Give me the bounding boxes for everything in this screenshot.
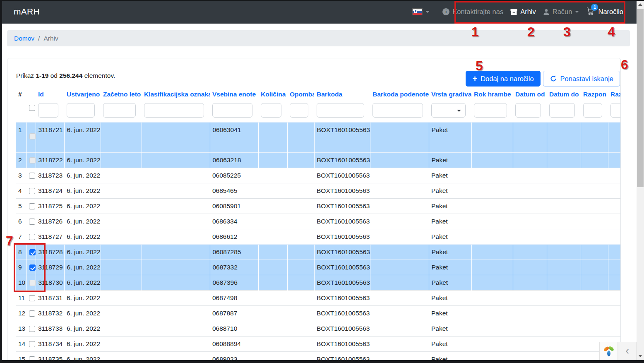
table-row[interactable]: 331187236. jun. 202206085225BOXT16010055… (16, 168, 620, 183)
filter-raz-input[interactable] (610, 103, 620, 118)
row-checkbox[interactable] (29, 295, 35, 301)
row-checkbox[interactable] (29, 341, 35, 347)
row-checkbox[interactable] (29, 173, 35, 179)
column-header-ustvarjeno[interactable]: Ustvarjeno (64, 88, 101, 101)
column-header-datum-od[interactable]: Datum od (513, 88, 547, 101)
table-row[interactable]: 131187216. jun. 202206063041BOXT16010055… (16, 122, 620, 152)
reset-search-button[interactable]: Ponastavi iskanje (543, 71, 620, 87)
filter-vsebina-enote-input[interactable] (212, 103, 252, 118)
column-header-vsebina-enote[interactable]: Vsebina enote (210, 88, 258, 101)
filter-klasifikacijska-oznaka-input[interactable] (144, 103, 204, 118)
table-row[interactable]: 431187246. jun. 20220685465BOXT160100556… (16, 183, 620, 198)
table-row[interactable]: 1231187326. jun. 20220687887BOXT16010055… (16, 305, 620, 321)
filter-datum-do-input[interactable] (549, 103, 575, 118)
row-checkbox[interactable] (29, 203, 35, 209)
language-switcher[interactable] (412, 8, 430, 15)
filter-zacetno-leto-input[interactable] (103, 103, 136, 118)
column-header-zacetno-leto[interactable]: Začetno leto (101, 88, 142, 101)
column-header-id[interactable]: Id (36, 88, 64, 101)
cell-rok (471, 336, 513, 351)
table-row[interactable]: 231187226. jun. 202206063218BOXT16010055… (16, 152, 620, 168)
row-checkbox[interactable] (29, 188, 35, 194)
select-all-checkbox[interactable] (29, 105, 35, 111)
cell-num: 13 (16, 321, 26, 336)
breadcrumb-home-link[interactable]: Domov (14, 35, 34, 42)
cell-id: 3118726 (36, 214, 64, 229)
cell-created: 6. jun. 2022 (64, 260, 101, 275)
table-row[interactable]: 731187276. jun. 20220686612BOXT160100556… (16, 229, 620, 244)
cell-barkoda: BOXT1601005563 (314, 183, 370, 198)
table-row[interactable]: 931187296. jun. 20220687332BOXT160100556… (16, 260, 620, 275)
filter-barkoda-input[interactable] (317, 103, 364, 118)
cell-kolicina (258, 260, 287, 275)
scrollbar-thumb[interactable] (637, 9, 644, 187)
cell-id: 3118733 (36, 321, 64, 336)
cell-opomba (287, 122, 314, 152)
table-row[interactable]: 631187266. jun. 20220686334BOXT160100556… (16, 214, 620, 229)
cell-kolicina (258, 122, 287, 152)
row-checkbox[interactable] (29, 310, 35, 317)
cell-year (101, 290, 142, 305)
column-header-datum-do[interactable]: Datum do (547, 88, 581, 101)
table-row[interactable]: 1331187336. jun. 20220688710BOXT16010055… (16, 321, 620, 336)
cell-datum_od (513, 168, 547, 183)
filter-id-input[interactable] (38, 103, 58, 118)
filter-datum-od-input[interactable] (515, 103, 541, 118)
table-row[interactable]: 1131187316. jun. 20220687498BOXT16010055… (16, 290, 620, 305)
cell-vsebina: 06063041 (210, 122, 258, 152)
table-row[interactable]: 1031187306. jun. 20220687396BOXT16010055… (16, 275, 620, 290)
filter-razpon-input[interactable] (583, 103, 602, 118)
column-header-barkoda-podenote[interactable]: Barkoda podenote (370, 88, 429, 101)
filter-opomba-input[interactable] (290, 103, 308, 118)
column-header-raz[interactable]: Raz (608, 88, 620, 101)
cell-rok (471, 122, 513, 152)
cell-vsebina: 06087285 (210, 244, 258, 260)
filter-rok-hrambe-input[interactable] (474, 103, 507, 118)
cell-barkoda_podenote (370, 122, 429, 152)
filter-ustvarjeno-input[interactable] (67, 103, 95, 118)
filter-kolicina-input[interactable] (261, 103, 281, 118)
row-checkbox[interactable] (29, 326, 35, 332)
filter-barkoda-podenote-input[interactable] (372, 103, 423, 118)
filter-vrsta-gradiva-select[interactable] (431, 103, 466, 118)
column-header-barkoda[interactable]: Barkoda (314, 88, 370, 101)
cell-barkoda_podenote (370, 305, 429, 321)
cell-rok (471, 305, 513, 321)
cell-vsebina: 0686612 (210, 229, 258, 244)
row-checkbox[interactable] (29, 133, 36, 139)
cell-vrsta: Paket (429, 336, 471, 351)
cell-num: 3 (16, 168, 26, 183)
cell-vsebina: 0686334 (210, 214, 258, 229)
column-header-razpon[interactable]: Razpon (581, 88, 608, 101)
column-header-vrsta-gradiva[interactable]: Vrsta gradiva (429, 88, 471, 101)
cell-created: 6. jun. 2022 (64, 290, 101, 305)
cell-opomba (287, 183, 314, 198)
triangle-up-icon (638, 3, 642, 6)
vertical-scrollbar[interactable] (637, 0, 644, 363)
row-checkbox[interactable] (29, 234, 35, 240)
column-header-rok-hrambe[interactable]: Rok hrambe (471, 88, 513, 101)
row-checkbox[interactable] (29, 219, 35, 225)
cell-id: 3118734 (36, 336, 64, 351)
toolbar: + Dodaj na naročilo Ponastavi iskanje (466, 71, 620, 87)
cell-barkoda_podenote (370, 260, 429, 275)
column-header-checkbox (26, 88, 36, 101)
cell-razpon (581, 168, 608, 183)
app-brand[interactable]: mARH (14, 7, 40, 17)
column-header-kolicina[interactable]: Količina (258, 88, 287, 101)
row-checkbox[interactable] (29, 157, 36, 163)
cell-vrsta: Paket (429, 244, 471, 260)
scroll-up-button[interactable] (637, 1, 644, 8)
column-header-klasifikacijska-oznaka[interactable]: Klasifikacijska oznaka (142, 88, 210, 101)
scroll-down-button[interactable] (637, 352, 644, 359)
vendor-logo-button[interactable] (599, 342, 618, 360)
collapse-panel-button[interactable]: ‹ (618, 342, 637, 360)
table-row[interactable]: 831187286. jun. 202206087285BOXT16010055… (16, 244, 620, 260)
column-header-opomba[interactable]: Opomba (287, 88, 314, 101)
cell-raz (608, 321, 620, 336)
cell-year (101, 214, 142, 229)
cell-vrsta: Paket (429, 214, 471, 229)
table-row[interactable]: 531187256. jun. 202206085901BOXT16010055… (16, 198, 620, 214)
cell-opomba (287, 290, 314, 305)
table-row[interactable]: 1431187346. jun. 202206088894BOXT1601005… (16, 336, 620, 351)
